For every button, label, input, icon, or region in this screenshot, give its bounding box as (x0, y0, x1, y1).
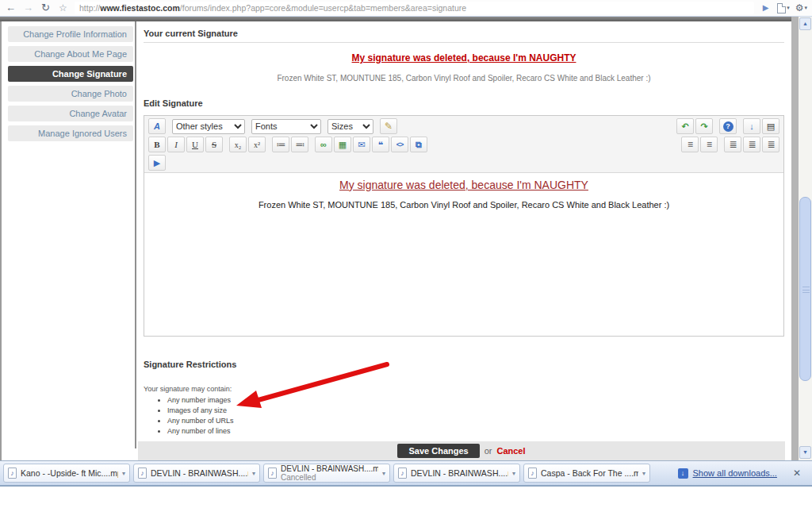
styles-dropdown[interactable]: Other styles (172, 119, 245, 134)
reload-icon[interactable]: ↻ (40, 1, 52, 15)
media-icon: ▶ (154, 158, 160, 168)
text-color-icon: ✎ (385, 121, 393, 132)
download-item-devlin-1[interactable]: ♪ DEVLIN - BRAINWASH....mp3 ▾ (133, 464, 260, 483)
show-all-downloads-label: Show all downloads... (693, 468, 777, 478)
undo-button[interactable]: ↶ (676, 118, 694, 134)
sidebar-item-change-avatar[interactable]: Change Avatar (8, 106, 133, 121)
help-button[interactable]: ? (719, 118, 737, 134)
numbered-list-icon: ≕ (296, 139, 304, 150)
download-item-caspa[interactable]: ♪ Caspa - Back For The ....mp3 ▾ (523, 464, 650, 483)
download-file-name: DEVLIN - BRAINWASH....mp3 (281, 464, 378, 473)
undo-icon: ↶ (681, 121, 688, 132)
underline-button[interactable]: U (186, 137, 204, 152)
cancel-link[interactable]: Cancel (496, 446, 525, 456)
bullet-list-button[interactable]: ≔ (272, 137, 289, 152)
chevron-down-icon[interactable]: ▾ (382, 470, 385, 477)
download-item-kano[interactable]: ♪ Kano - -Upside- ft Mic....mp3 ▾ (3, 464, 130, 483)
subscript-button[interactable]: x₂ (229, 137, 247, 152)
bold-button[interactable]: B (148, 137, 166, 152)
wrench-icon: ⚙ (795, 2, 804, 13)
superscript-icon: x² (254, 140, 260, 149)
go-icon[interactable]: ▶ (760, 1, 772, 15)
sidebar-item-change-profile-information[interactable]: Change Profile Information (8, 26, 133, 42)
forum-usercp-page: Change Profile Information Change About … (0, 21, 793, 460)
url-path: /forums/index.php?app=core&module=usercp… (180, 3, 466, 13)
underline-icon: U (192, 140, 198, 149)
url-host: www.fiestastoc.com (100, 3, 180, 13)
sidebar-item-change-about-me-page[interactable]: Change About Me Page (8, 46, 133, 62)
align-left-button[interactable]: ≣ (724, 137, 741, 152)
insert-image-button[interactable]: ▦ (334, 137, 351, 152)
browser-toolbar: ← → ↻ ☆ http://www.fiestastoc.com/forums… (0, 0, 812, 17)
copy-button[interactable]: ⧉ (410, 137, 427, 152)
chevron-down-icon[interactable]: ▾ (252, 470, 255, 477)
scrollbar-thumb[interactable] (799, 197, 811, 381)
rich-text-editor: A Other styles Fonts Sizes ✎ ↶ ↷ ? ↓ ▤ B (144, 115, 784, 337)
strikethrough-button[interactable]: S (205, 137, 223, 152)
music-file-icon: ♪ (528, 468, 537, 479)
email-icon: ✉ (358, 140, 365, 150)
close-downloads-bar-icon[interactable]: ✕ (793, 468, 801, 479)
music-file-icon: ♪ (138, 468, 147, 479)
sizes-dropdown[interactable]: Sizes (327, 119, 373, 134)
page-icon (777, 3, 786, 13)
insert-link-button[interactable]: ∞ (315, 137, 332, 152)
download-item-devlin-cancelled[interactable]: ♪ DEVLIN - BRAINWASH....mp3 Cancelled ▾ (263, 464, 390, 483)
chevron-down-icon: ▾ (787, 5, 790, 11)
bookmark-star-icon[interactable]: ☆ (57, 1, 69, 15)
align-left-icon: ≣ (729, 139, 736, 150)
show-all-downloads-link[interactable]: ↓ Show all downloads... (678, 468, 777, 479)
address-bar[interactable]: http://www.fiestastoc.com/forums/index.p… (75, 2, 754, 14)
chevron-down-icon[interactable]: ▾ (122, 470, 125, 477)
download-file-name: Caspa - Back For The ....mp3 (541, 468, 638, 478)
superscript-button[interactable]: x² (248, 137, 266, 152)
music-file-icon: ♪ (268, 468, 277, 479)
sidebar-item-change-photo[interactable]: Change Photo (8, 86, 133, 102)
redo-button[interactable]: ↷ (695, 118, 713, 134)
music-file-icon: ♪ (8, 468, 17, 479)
italic-button[interactable]: I (167, 137, 185, 152)
insert-email-button[interactable]: ✉ (353, 137, 370, 152)
chevron-down-icon: ▾ (804, 5, 807, 11)
scroll-up-icon[interactable]: ▲ (799, 17, 811, 30)
outdent-button[interactable]: ≡ (681, 137, 699, 152)
import-icon: ↓ (749, 121, 754, 131)
code-icon: <> (396, 140, 404, 148)
screen: ← → ↻ ☆ http://www.fiestastoc.com/forums… (0, 0, 812, 508)
indent-button[interactable]: ≡ (700, 137, 718, 152)
editor-toolbar: A Other styles Fonts Sizes ✎ ↶ ↷ ? ↓ ▤ B (144, 116, 783, 173)
insert-media-button[interactable]: ▶ (148, 155, 166, 171)
paste-button[interactable]: ▤ (762, 118, 779, 134)
tools-menu-button[interactable]: ⚙ ▾ (795, 2, 807, 13)
import-button[interactable]: ↓ (743, 118, 760, 134)
numbered-list-button[interactable]: ≕ (291, 137, 308, 152)
align-center-button[interactable]: ≣ (743, 137, 760, 152)
quote-icon: ❝ (378, 140, 383, 150)
bullet-list-icon: ≔ (277, 139, 285, 150)
quote-button[interactable]: ❝ (372, 137, 389, 152)
editor-content-area[interactable]: My signature was deleted, because I'm NA… (144, 173, 783, 330)
text-color-button[interactable]: ✎ (380, 118, 397, 134)
code-button[interactable]: <> (391, 137, 408, 152)
right-edge-divider (791, 17, 799, 460)
chevron-down-icon[interactable]: ▾ (642, 470, 645, 477)
current-signature-section: Your current Signature My signature was … (144, 29, 784, 83)
back-icon[interactable]: ← (5, 1, 17, 15)
signature-restrictions-section: Signature Restrictions Your signature ma… (144, 360, 556, 437)
vertical-scrollbar[interactable]: ▲ ▼ (799, 17, 812, 460)
save-changes-button[interactable]: Save Changes (397, 444, 479, 458)
align-right-button[interactable]: ≣ (762, 137, 779, 152)
subscript-icon: x₂ (235, 140, 242, 149)
chevron-down-icon[interactable]: ▾ (512, 470, 515, 477)
downloads-bar: ♪ Kano - -Upside- ft Mic....mp3 ▾ ♪ DEVL… (0, 460, 812, 485)
download-item-devlin-2[interactable]: ♪ DEVLIN - BRAINWASH....mp3 ▾ (393, 464, 520, 483)
editor-signature-text: Frozen White ST, MOUNTUNE 185, Carbon Vi… (144, 200, 783, 210)
bold-icon: B (154, 140, 159, 149)
sidebar-item-manage-ignored-users[interactable]: Manage Ignored Users (8, 125, 133, 141)
scroll-down-icon[interactable]: ▼ (799, 446, 811, 459)
remove-format-button[interactable]: A (148, 118, 166, 134)
page-menu-button[interactable]: ▾ (777, 3, 790, 13)
download-status: Cancelled (281, 473, 378, 482)
fonts-dropdown[interactable]: Fonts (251, 119, 321, 134)
sidebar-item-change-signature[interactable]: Change Signature (8, 66, 133, 82)
